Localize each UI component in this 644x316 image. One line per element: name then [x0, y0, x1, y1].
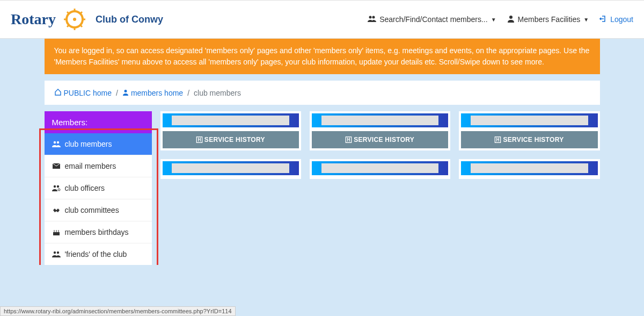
svg-point-13 [124, 90, 127, 92]
breadcrumb-members-home[interactable]: members home [122, 89, 183, 97]
h-square-icon: 🄷 [346, 137, 352, 143]
handshake-icon [52, 207, 61, 213]
nav-facilities-label: Members Facilities [518, 15, 581, 24]
caret-down-icon: ▼ [583, 17, 589, 23]
svg-line-7 [80, 25, 82, 27]
birthday-icon [52, 229, 61, 235]
sidebar-item-email-members[interactable]: email members [45, 155, 152, 177]
svg-rect-20 [53, 232, 60, 235]
envelope-icon [52, 163, 61, 169]
nav-facilities-dropdown[interactable]: Members Facilities ▼ [507, 15, 589, 24]
member-card: 🄷 SERVICE HISTORY [160, 111, 301, 150]
h-square-icon: 🄷 [196, 137, 202, 143]
nav-right: Search/Find/Contact members... ▼ Members… [368, 15, 633, 24]
card-header [312, 113, 448, 127]
sidebar-item-label: 'friends' of the club [65, 250, 127, 258]
service-history-button[interactable]: 🄷 SERVICE HISTORY [163, 131, 299, 148]
breadcrumb: PUBLIC home / members home / club member… [45, 81, 600, 105]
sidebar-header: Members: [45, 111, 152, 133]
sidebar-item-club-members[interactable]: club members [45, 133, 152, 155]
sidebar-item-label: club officers [65, 184, 105, 192]
user-icon [507, 15, 515, 24]
card-header [461, 113, 597, 127]
logout-icon [599, 15, 607, 24]
users-icon [368, 15, 376, 24]
sidebar-item-members-birthdays[interactable]: members birthdays [45, 221, 152, 243]
svg-point-14 [53, 141, 55, 143]
brand: Rotary Club of Conwy [11, 6, 163, 33]
breadcrumb-current: club members [194, 89, 241, 97]
sidebar-item-label: members birthdays [65, 228, 129, 236]
login-banner: You are logged in, so can access designa… [45, 39, 600, 74]
breadcrumb-separator: / [116, 89, 118, 97]
service-history-button[interactable]: 🄷 SERVICE HISTORY [312, 131, 448, 148]
card-header [163, 113, 299, 127]
card-header [163, 161, 299, 175]
users-cog-icon [52, 185, 61, 191]
sidebar-item-club-officers[interactable]: club officers [45, 177, 152, 199]
member-card [310, 159, 450, 179]
nav-search-dropdown[interactable]: Search/Find/Contact members... ▼ [368, 15, 496, 24]
svg-point-25 [56, 252, 58, 254]
card-name-placeholder [471, 163, 588, 173]
svg-point-18 [56, 185, 58, 188]
svg-point-24 [53, 252, 55, 254]
svg-point-17 [53, 185, 55, 188]
svg-point-1 [73, 18, 76, 21]
sidebar-item-club-committees[interactable]: club committees [45, 199, 152, 221]
home-icon [54, 88, 62, 97]
svg-line-6 [67, 12, 69, 14]
svg-point-11 [372, 16, 375, 18]
member-card: 🄷 SERVICE HISTORY [310, 111, 450, 150]
brand-word: Rotary [11, 11, 56, 28]
card-name-placeholder [471, 116, 588, 125]
svg-point-19 [58, 189, 60, 191]
card-name-placeholder [172, 163, 289, 173]
card-name-placeholder [321, 163, 439, 173]
user-friends-icon [52, 251, 61, 257]
sidebar-item-label: club committees [65, 206, 119, 214]
card-name-placeholder [321, 116, 439, 125]
svg-line-9 [67, 25, 69, 27]
sidebar-item-friends-of-club[interactable]: 'friends' of the club [45, 243, 152, 265]
nav-logout[interactable]: Logout [599, 15, 633, 24]
site-header: Rotary Club of Conwy Search/Find [0, 0, 644, 39]
nav-logout-label: Logout [610, 15, 633, 24]
card-header [312, 161, 448, 175]
breadcrumb-public-home[interactable]: PUBLIC home [54, 88, 112, 97]
nav-search-label: Search/Find/Contact members... [379, 15, 488, 24]
card-header [461, 161, 597, 175]
user-icon [122, 89, 129, 97]
users-icon [52, 141, 61, 147]
members-sidebar: Members: club members email members club… [45, 111, 152, 265]
sidebar-item-label: email members [65, 162, 116, 170]
sidebar-item-label: club members [65, 140, 112, 148]
member-card [160, 159, 301, 179]
caret-down-icon: ▼ [491, 17, 496, 23]
h-square-icon: 🄷 [495, 137, 501, 143]
member-card: 🄷 SERVICE HISTORY [459, 111, 599, 150]
svg-point-10 [369, 16, 372, 18]
rotary-logo-icon [61, 6, 88, 33]
svg-line-8 [80, 12, 82, 14]
svg-point-12 [509, 16, 513, 19]
members-grid: 🄷 SERVICE HISTORY 🄷 SERVICE HISTORY 🄷 SE… [160, 111, 600, 179]
service-history-button[interactable]: 🄷 SERVICE HISTORY [461, 131, 597, 148]
svg-point-15 [56, 141, 58, 143]
card-name-placeholder [172, 116, 289, 125]
member-card [459, 159, 599, 179]
breadcrumb-separator: / [187, 89, 189, 97]
brand-club-name: Club of Conwy [96, 14, 163, 25]
